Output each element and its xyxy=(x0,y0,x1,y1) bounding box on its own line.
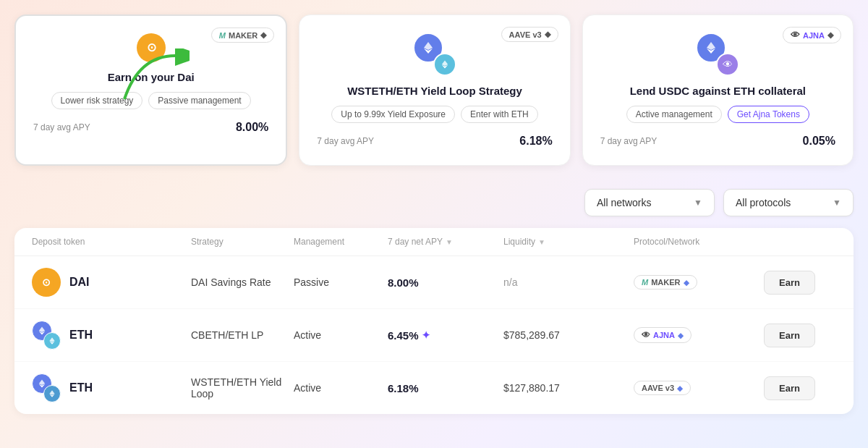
eth-cbeth-earn-button[interactable]: Earn xyxy=(764,324,815,347)
main-container: M MAKER ◆ ⊙ Earn on your Dai Lower risk … xyxy=(14,14,854,414)
eth-wsteth-token-name: ETH xyxy=(69,381,93,394)
dai-icon-circle: ⊙ xyxy=(137,33,166,62)
table-row: ETH WSTETH/ETH Yield Loop Active 6.18% $… xyxy=(14,362,854,414)
maker-m-icon: M xyxy=(642,278,648,287)
token-cell-dai: ⊙ DAI xyxy=(32,268,191,297)
aave-protocol-label: AAVE v3 xyxy=(642,384,674,392)
dai-protocol-badge: M MAKER ◆ xyxy=(634,275,697,289)
networks-filter[interactable]: All networks ▼ xyxy=(584,189,715,216)
ajna-eth-dot: ◆ xyxy=(678,331,684,339)
svg-text:⊙: ⊙ xyxy=(42,276,51,288)
eth-cbeth-apy: 6.45% ✦ xyxy=(388,329,503,342)
eth-wsteth-icon xyxy=(32,373,61,402)
eth-wsteth-management: Active xyxy=(294,382,388,394)
svg-marker-13 xyxy=(49,337,54,342)
svg-text:⊙: ⊙ xyxy=(146,41,156,54)
eth-double-icon xyxy=(413,33,456,76)
badge-lower-risk: Lower risk strategy xyxy=(51,92,143,109)
eth-wsteth-apy: 6.18% xyxy=(388,382,503,394)
protocols-chevron-icon: ▼ xyxy=(833,198,841,208)
eth-loop-apy-row: 7 day avg APY 6.18% xyxy=(317,135,552,148)
svg-marker-3 xyxy=(424,42,433,50)
eth-dot: ◆ xyxy=(260,30,266,40)
badge-enter-eth: Enter with ETH xyxy=(461,106,538,123)
table-row: ETH CBETH/ETH LP Active 6.45% ✦ $785,289… xyxy=(14,309,854,362)
featured-card-eth-loop: AAVE v3 ◆ WSTETH/ETH Yield Loop Strategy… xyxy=(299,14,570,166)
eth-wsteth-action-cell: Earn xyxy=(764,376,836,400)
maker-icon: M xyxy=(219,31,226,40)
featured-cards-row: M MAKER ◆ ⊙ Earn on your Dai Lower risk … xyxy=(14,14,854,166)
ajna-eye-table: 👁 xyxy=(642,330,650,340)
maker-protocol-label: MAKER xyxy=(651,278,680,287)
token-cell-eth-wsteth: ETH xyxy=(32,373,191,402)
card-protocol-aave: AAVE v3 ◆ xyxy=(501,27,558,42)
badge-passive: Passive management xyxy=(148,92,250,109)
svg-marker-5 xyxy=(442,60,448,66)
eth-fg-icon xyxy=(433,53,456,76)
eth-loop-card-title: WSTETH/ETH Yield Loop Strategy xyxy=(317,85,552,97)
eth-wsteth-protocol-badge: AAVE v3 ◆ xyxy=(634,381,691,395)
eth-loop-apy-label: 7 day avg APY xyxy=(317,136,374,146)
dai-apy-value: 8.00% xyxy=(236,121,268,134)
card-protocol-maker: M MAKER ◆ xyxy=(211,28,275,43)
wsteth-icon-fg xyxy=(43,385,61,402)
table-header: Deposit token Strategy Management 7 day … xyxy=(14,228,854,256)
dai-token-name: DAI xyxy=(69,276,90,289)
eth-cbeth-strategy: CBETH/ETH LP xyxy=(191,329,294,341)
ajna-dual-icon: 👁 xyxy=(696,33,739,76)
eth-cbeth-action-cell: Earn xyxy=(764,324,836,347)
svg-marker-11 xyxy=(39,326,45,332)
usdc-eth-apy-row: 7 day avg APY 0.05% xyxy=(600,135,835,148)
svg-marker-15 xyxy=(39,379,45,385)
eth-cbeth-icon xyxy=(32,321,61,350)
eth-loop-apy-value: 6.18% xyxy=(519,135,552,148)
card-protocol-ajna: 👁 AJNA ◆ xyxy=(783,27,841,43)
dai-apy-label: 7 day avg APY xyxy=(33,122,90,132)
th-liquidity[interactable]: Liquidity ▼ xyxy=(503,237,634,247)
apy-sort-icon: ▼ xyxy=(446,238,453,246)
aave-eth-dot: ◆ xyxy=(677,384,683,392)
th-apy[interactable]: 7 day net APY ▼ xyxy=(388,237,503,247)
networks-label: All networks xyxy=(597,197,651,208)
usdc-eth-badges: Active management Get Ajna Tokens xyxy=(600,106,835,123)
th-deposit: Deposit token xyxy=(32,237,191,247)
token-cell-eth-cbeth: ETH xyxy=(32,321,191,350)
usdc-eth-card-title: Lend USDC against ETH collateral xyxy=(600,85,835,97)
eth-cbeth-protocol-cell: 👁 AJNA ◆ xyxy=(634,327,764,343)
protocols-label: All protocols xyxy=(736,197,791,208)
filters-row: All networks ▼ All protocols ▼ xyxy=(14,189,854,216)
eth-cbeth-management: Active xyxy=(294,329,388,341)
badge-yield-exposure: Up to 9.99x Yield Exposure xyxy=(331,106,455,123)
ajna-protocol-label: AJNA xyxy=(653,331,675,339)
eth-wsteth-strategy: WSTETH/ETH Yield Loop xyxy=(191,376,294,400)
dai-strategy: DAI Savings Rate xyxy=(191,276,294,288)
maker-label: MAKER xyxy=(229,31,258,40)
eth-wsteth-earn-button[interactable]: Earn xyxy=(764,376,815,400)
table-row: ⊙ DAI DAI Savings Rate Passive 8.00% n/a… xyxy=(14,256,854,309)
dai-earn-button[interactable]: Earn xyxy=(764,271,815,295)
th-strategy: Strategy xyxy=(191,237,294,247)
dai-card-badges: Lower risk strategy Passive management xyxy=(33,92,268,109)
ajna-sub-icon: 👁 xyxy=(716,53,739,76)
eth-wsteth-protocol-cell: AAVE v3 ◆ xyxy=(634,381,764,395)
th-protocol: Protocol/Network xyxy=(634,237,764,247)
badge-ajna-tokens: Get Ajna Tokens xyxy=(728,106,809,123)
dai-card-title: Earn on your Dai xyxy=(33,71,268,83)
featured-card-usdc-eth: 👁 AJNA ◆ 👁 Lend USDC against ETH collate… xyxy=(582,14,854,166)
svg-marker-17 xyxy=(49,390,54,395)
eth-cbeth-liquidity: $785,289.67 xyxy=(503,329,634,341)
dai-apy-row: 7 day avg APY 8.00% xyxy=(33,121,268,134)
liquidity-sort-icon: ▼ xyxy=(538,238,545,246)
dai-management: Passive xyxy=(294,276,388,288)
maker-eth-dot: ◆ xyxy=(684,279,689,287)
dai-apy: 8.00% xyxy=(388,276,503,289)
featured-card-dai: M MAKER ◆ ⊙ Earn on your Dai Lower risk … xyxy=(14,14,287,166)
th-management: Management xyxy=(294,237,388,247)
dai-liquidity: n/a xyxy=(503,276,634,288)
ajna-label: AJNA xyxy=(803,31,825,40)
protocols-filter[interactable]: All protocols ▼ xyxy=(723,189,854,216)
sparkle-icon: ✦ xyxy=(422,329,430,341)
svg-marker-7 xyxy=(707,42,715,50)
usdc-eth-apy-label: 7 day avg APY xyxy=(600,136,658,146)
dai-action-cell: Earn xyxy=(764,271,836,295)
